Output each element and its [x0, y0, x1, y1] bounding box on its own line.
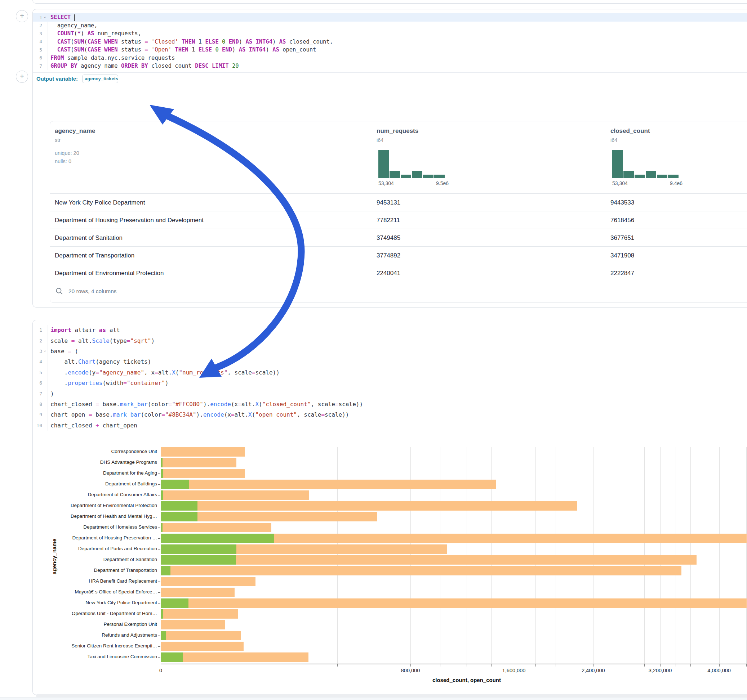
- code-line[interactable]: 5 .encode(y="agency_name", x=alt.X("num_…: [33, 367, 747, 378]
- add-cell-button[interactable]: +: [16, 10, 28, 22]
- line-number: 2: [33, 23, 42, 28]
- code-line[interactable]: 3 COUNT(*) AS num_requests,: [33, 30, 747, 38]
- table-cell: 7782211: [377, 211, 400, 229]
- table-cell: Department of Housing Preservation and D…: [55, 211, 204, 229]
- table-cell: 7618456: [611, 211, 634, 229]
- line-number: 5: [33, 370, 42, 375]
- code-line[interactable]: 7): [33, 388, 747, 398]
- histogram-bar: [612, 150, 623, 178]
- code-line[interactable]: 2scale = alt.Scale(type="sqrt"): [33, 335, 747, 345]
- histogram-max-label: 9.5e6: [417, 180, 449, 186]
- code-text: chart_closed = base.mark_bar(color="#FFC…: [50, 401, 363, 407]
- table-row[interactable]: Department of Sanitation37494853677651: [50, 229, 747, 247]
- histogram-bar: [657, 175, 667, 178]
- output-variable-row: Output variable: agency_tickets: [33, 72, 747, 84]
- histogram-bar: [378, 150, 389, 178]
- histogram-num-requests[interactable]: [378, 152, 445, 178]
- code-text: ): [50, 390, 54, 397]
- code-line[interactable]: 1import altair as alt: [33, 325, 747, 335]
- code-text: .encode(y="agency_name", x=alt.X("num_re…: [50, 369, 280, 376]
- histogram-bar: [390, 171, 400, 178]
- result-table: agency_name str unique: 20 nulls: 0 num_…: [50, 121, 747, 303]
- table-row[interactable]: Department of Transportation377489234719…: [50, 246, 747, 264]
- code-line[interactable]: 10chart_closed + chart_open: [33, 420, 747, 431]
- code-line[interactable]: 6FROM sample_data.nyc.service_requests: [33, 54, 747, 62]
- code-line[interactable]: 4 CAST(SUM(CASE WHEN status = 'Closed' T…: [33, 38, 747, 46]
- code-line[interactable]: 3›base = (: [33, 346, 747, 356]
- histogram-bar: [434, 175, 445, 178]
- code-line[interactable]: 6 .properties(width="container"): [33, 378, 747, 388]
- table-cell: 9443533: [611, 194, 634, 211]
- histogram-bar: [423, 175, 434, 178]
- line-number: 7: [33, 63, 42, 69]
- column-header[interactable]: agency_name: [55, 127, 95, 135]
- output-variable-label: Output variable:: [36, 75, 78, 82]
- code-line[interactable]: 7GROUP BY agency_name ORDER BY closed_co…: [33, 62, 747, 70]
- notebook-page: + + 1›SELECT 2 agency_name,3 COUNT(*) AS…: [0, 0, 747, 700]
- code-text: alt.Chart(agency_tickets): [50, 358, 151, 365]
- fold-caret-icon[interactable]: ›: [42, 15, 48, 20]
- column-type: i64: [611, 137, 617, 143]
- table-cell: 3749485: [377, 229, 400, 247]
- search-icon[interactable]: [56, 287, 64, 295]
- code-line[interactable]: 4 alt.Chart(agency_tickets): [33, 356, 747, 367]
- code-text: GROUP BY agency_name ORDER BY closed_cou…: [50, 63, 239, 69]
- code-line[interactable]: 8chart_closed = base.mark_bar(color="#FF…: [33, 399, 747, 409]
- line-number: 7: [33, 391, 42, 397]
- line-number: 9: [33, 412, 42, 417]
- code-text: CAST(SUM(CASE WHEN status = 'Closed' THE…: [50, 39, 333, 45]
- line-number: 8: [33, 401, 42, 407]
- code-text: scale = alt.Scale(type="sqrt"): [50, 337, 154, 344]
- table-cell: New York City Police Department: [55, 194, 145, 211]
- code-text: COUNT(*) AS num_requests,: [50, 30, 141, 37]
- line-number: 1: [33, 327, 42, 333]
- line-number: 3: [33, 31, 42, 36]
- histogram-min-label: 53,304: [378, 180, 394, 186]
- column-meta: nulls: 0: [55, 158, 71, 164]
- table-cell: Department of Transportation: [55, 247, 135, 264]
- previous-cell-fragment: [32, 0, 747, 4]
- column-header[interactable]: num_requests: [377, 127, 418, 135]
- histogram-bar: [668, 175, 679, 178]
- table-cell: Department of Sanitation: [55, 229, 122, 247]
- code-line[interactable]: 5 CAST(SUM(CASE WHEN status = 'Open' THE…: [33, 46, 747, 54]
- table-row[interactable]: Department of Housing Preservation and D…: [50, 211, 747, 229]
- code-text: base = (: [50, 348, 78, 355]
- histogram-max-label: 9.4e6: [652, 180, 682, 186]
- line-number: 6: [33, 380, 42, 386]
- output-variable-pill[interactable]: agency_tickets: [82, 74, 118, 83]
- line-number: 1: [33, 15, 42, 20]
- column-header[interactable]: closed_count: [611, 127, 650, 135]
- code-text: import altair as alt: [50, 327, 120, 333]
- histogram-closed-count[interactable]: [612, 152, 679, 178]
- line-number: 5: [33, 47, 42, 53]
- histogram-bar: [623, 171, 634, 178]
- table-cell: 3471908: [611, 247, 634, 264]
- line-number: 10: [33, 423, 42, 428]
- histogram-bar: [412, 171, 422, 178]
- table-cell: 2222847: [611, 264, 634, 282]
- code-text: .properties(width="container"): [50, 380, 169, 386]
- column-type: i64: [377, 137, 383, 143]
- histogram-min-label: 53,304: [612, 180, 628, 186]
- code-line[interactable]: 9chart_open = base.mark_bar(color="#8BC3…: [33, 409, 747, 420]
- table-row[interactable]: Department of Environmental Protection22…: [50, 264, 747, 282]
- sql-cell: 1›SELECT 2 agency_name,3 COUNT(*) AS num…: [32, 9, 747, 308]
- sql-code-editor[interactable]: 1›SELECT 2 agency_name,3 COUNT(*) AS num…: [33, 13, 747, 70]
- code-line[interactable]: 1›SELECT: [33, 13, 747, 22]
- line-number: 6: [33, 55, 42, 60]
- code-line[interactable]: 2 agency_name,: [33, 22, 747, 30]
- code-text: FROM sample_data.nyc.service_requests: [50, 55, 175, 61]
- line-number: 3: [33, 348, 42, 354]
- code-text: CAST(SUM(CASE WHEN status = 'Open' THEN …: [50, 47, 316, 53]
- line-number: 2: [33, 338, 42, 344]
- table-row[interactable]: New York City Police Department945313194…: [50, 193, 747, 211]
- code-text: chart_closed + chart_open: [50, 422, 137, 429]
- column-type: str: [55, 137, 60, 143]
- python-code-editor[interactable]: 1import altair as alt2scale = alt.Scale(…: [33, 325, 747, 431]
- line-number: 4: [33, 39, 42, 44]
- fold-caret-icon[interactable]: ›: [42, 348, 48, 354]
- add-cell-button[interactable]: +: [16, 71, 28, 83]
- code-text: SELECT: [50, 14, 75, 21]
- table-cell: 9453131: [377, 194, 400, 211]
